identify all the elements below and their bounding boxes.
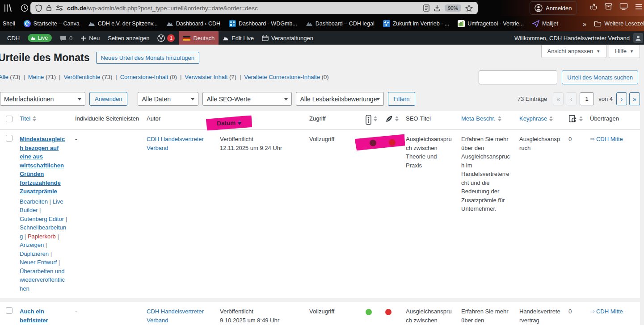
bulk-actions-select[interactable]: Mehrfachaktionen xyxy=(0,92,85,106)
devices-icon[interactable] xyxy=(619,3,628,10)
history-icon[interactable] xyxy=(21,4,29,12)
lock-icon[interactable] xyxy=(46,4,52,12)
adminbar-comments[interactable]: 0 xyxy=(56,31,76,45)
url-bar[interactable]: cdh.de/wp-admin/edit.php?post_type=urtei… xyxy=(30,2,478,14)
comments-count: 0 xyxy=(69,35,72,42)
filter-verwaist[interactable]: Verwaister Inhalt xyxy=(185,74,227,80)
thumbs-up-icon[interactable] xyxy=(590,3,598,10)
library-icon[interactable] xyxy=(4,4,13,12)
archive-icon[interactable] xyxy=(605,3,612,10)
adminbar-view-pages[interactable]: Seiten anzeigen xyxy=(104,31,153,45)
cell-keyphrase: Ausgleichsanspruch xyxy=(516,129,565,298)
bookmarks-overflow-chevron[interactable]: » xyxy=(583,20,585,28)
column-header-seo-titel: SEO-Titel xyxy=(402,111,458,129)
action-bearbeiten[interactable]: Bearbeiten xyxy=(20,198,48,205)
screen-options-button[interactable]: Ansicht anpassen▼ xyxy=(541,45,607,58)
adminbar-live-badge[interactable]: Live xyxy=(24,31,56,45)
row-divider xyxy=(0,298,640,302)
sort-desc-icon xyxy=(238,120,241,125)
filter-alle[interactable]: Alle xyxy=(0,74,8,80)
action-neuer-entwurf[interactable]: Neuer Entwurf xyxy=(20,259,57,266)
cell-zugriff: Vollzugriff xyxy=(306,302,362,325)
sort-arrows-icon xyxy=(579,116,583,121)
bookmark-cdh-ev[interactable]: CDH e.V. der Spitzenv... xyxy=(88,20,158,27)
bookmark-wdg[interactable]: Dashboard - WDGmb... xyxy=(229,20,297,27)
column-header-titel[interactable]: Titel xyxy=(16,111,72,129)
adminbar-new-button[interactable]: Neu xyxy=(76,31,104,45)
column-header-meta-beschr[interactable]: Meta-Beschr. xyxy=(458,111,516,129)
filter-meine[interactable]: Meine xyxy=(28,74,44,80)
next-page-button[interactable]: › xyxy=(616,92,627,105)
column-header-readability[interactable] xyxy=(382,111,402,129)
seo-score-dot xyxy=(366,309,372,315)
bookmark-dashboard-cdh[interactable]: Dashboard ‹ CDH xyxy=(166,20,220,27)
canva-favicon xyxy=(24,20,31,27)
adminbar-yoast[interactable]: 1 xyxy=(153,31,179,45)
author-link[interactable]: CDH Handelsvertreter Verband xyxy=(147,308,204,324)
search-input[interactable] xyxy=(479,71,557,84)
more-bookmarks-folder[interactable]: Weitere Lesezeichen xyxy=(594,21,644,27)
action-papierkorb[interactable]: Papierkorb xyxy=(28,233,56,240)
comment-bubble-icon xyxy=(60,35,67,41)
save-page-icon[interactable] xyxy=(434,4,441,12)
readability-filter-select[interactable]: Alle Lesbarkeitsbewertunge xyxy=(296,92,384,106)
row-checkbox[interactable] xyxy=(6,135,13,142)
add-new-button[interactable]: Neues Urteil des Monats hinzufügen xyxy=(96,52,200,64)
select-all-checkbox[interactable] xyxy=(6,116,13,122)
apply-button[interactable]: Anwenden xyxy=(89,92,127,106)
current-page-input[interactable] xyxy=(580,92,594,105)
welcome-text[interactable]: Willkommen, CDH Handelsvertreter Verband xyxy=(514,35,630,42)
transfer-target-link[interactable]: CDH Mitte xyxy=(596,308,623,315)
author-link[interactable]: CDH Handelsvertreter Verband xyxy=(147,136,204,151)
filter-veroeffentlichte[interactable]: Veröffentlichte xyxy=(63,74,100,80)
first-page-button: « xyxy=(553,92,564,105)
action-anzeigen[interactable]: Anzeigen xyxy=(20,242,44,248)
avatar[interactable] xyxy=(633,33,643,43)
post-status-filters: Alle (73) | Meine (71) | Veröffentlichte… xyxy=(0,74,329,80)
adminbar-events[interactable]: Veranstaltungen xyxy=(258,31,317,45)
sort-arrows-icon xyxy=(549,116,553,121)
action-gutenberg-editor[interactable]: Gutenberg Editor xyxy=(20,216,64,222)
row-checkbox[interactable] xyxy=(6,307,13,314)
bookmark-cdh-legal[interactable]: Dashboard – CDH legal xyxy=(306,20,375,27)
adminbar-language[interactable]: Deutsch xyxy=(179,31,219,45)
search-button[interactable]: Urteil des Monats suchen xyxy=(562,71,638,84)
action-ueberarbeiten[interactable]: Überarbeiten und wiederveröffentlichen xyxy=(20,268,65,292)
filter-button[interactable]: Filtern xyxy=(388,92,415,106)
column-header-transfer-count[interactable] xyxy=(565,111,586,129)
post-title-link[interactable]: Auch ein befristeter xyxy=(20,307,68,325)
sort-arrows-icon xyxy=(498,116,501,121)
sort-arrows-icon xyxy=(395,116,399,121)
reader-view-icon[interactable] xyxy=(423,4,429,12)
bookmark-umfragetool[interactable]: Umfragetool - Vertrie... xyxy=(458,20,524,27)
datum-sort-header[interactable]: Datum xyxy=(217,119,236,126)
permissions-icon[interactable] xyxy=(56,5,63,11)
bookmark-canva[interactable]: Startseite – Canva xyxy=(24,20,80,27)
column-header-keyphrase[interactable]: Keyphrase xyxy=(516,111,565,129)
column-header-zugriff: Zugriff xyxy=(306,111,362,129)
cell-datum: Veröffentlicht12.11.2025 um 9:24 Uhr xyxy=(216,129,306,298)
adminbar-site-name[interactable]: CDH xyxy=(0,31,24,45)
action-duplizieren[interactable]: Duplizieren xyxy=(20,250,49,257)
filter-veraltete-cornerstone[interactable]: Veraltete Cornerstone-Inhalte xyxy=(244,74,320,80)
mountain-icon xyxy=(223,36,229,41)
shield-icon[interactable] xyxy=(35,4,42,12)
adminbar-edit-live[interactable]: Edit Live xyxy=(219,31,258,45)
post-title-link[interactable]: Mindestausgleich bezogen auf eine aus wi… xyxy=(20,135,68,196)
bookmark-star-icon[interactable] xyxy=(465,4,473,12)
filter-cornerstone[interactable]: Cornerstone-Inhalt xyxy=(120,74,168,80)
signin-button[interactable]: Anmelden xyxy=(530,1,577,15)
help-button[interactable]: Hilfe▼ xyxy=(609,45,640,58)
seo-filter-select[interactable]: Alle SEO-Werte xyxy=(202,92,292,106)
dates-filter-select[interactable]: Alle Daten xyxy=(138,92,198,106)
bookmark-mailjet[interactable]: Mailjet xyxy=(532,20,558,27)
calendar-icon xyxy=(262,35,269,41)
menu-icon[interactable] xyxy=(635,4,642,10)
bookmark-shell[interactable]: Shell xyxy=(3,21,15,27)
german-flag-icon xyxy=(183,36,190,41)
zoom-level-badge[interactable]: 90% xyxy=(445,4,461,12)
bookmark-zukunft[interactable]: Zukunft im Vertrieb - ... xyxy=(383,20,449,27)
column-header-seo-score[interactable] xyxy=(362,111,382,129)
transfer-target-link[interactable]: CDH Mitte xyxy=(596,136,623,142)
last-page-button[interactable]: » xyxy=(629,92,640,105)
